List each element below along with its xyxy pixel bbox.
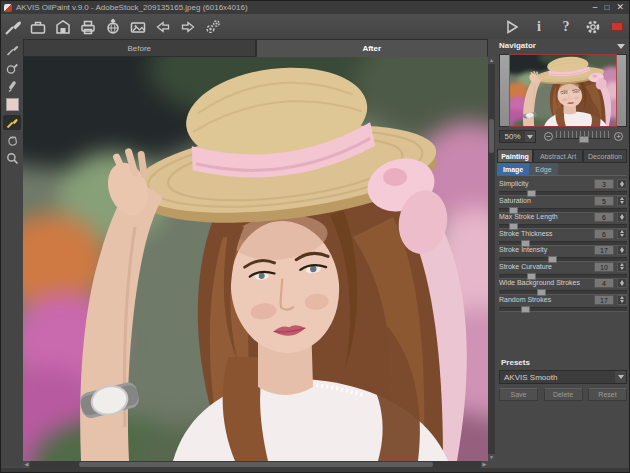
- main-toolbar: i ?: [1, 14, 629, 39]
- param-value-random-strokes[interactable]: 17: [594, 295, 614, 305]
- param-value-stroke-curvature[interactable]: 10: [594, 262, 614, 272]
- preset-selected-value: AKVIS Smooth: [500, 373, 615, 382]
- param-slider-random-strokes[interactable]: [499, 307, 627, 312]
- param-value-simplicity[interactable]: 3: [594, 179, 614, 189]
- param-spinner-random-strokes[interactable]: [617, 295, 627, 305]
- close-button[interactable]: ✕: [616, 3, 624, 12]
- app-icon: [4, 4, 12, 12]
- subtab-image[interactable]: Image: [497, 163, 529, 175]
- param-spinner-wide-background-strokes[interactable]: [617, 278, 627, 288]
- param-label-stroke-intensity: Stroke Intensity: [499, 246, 547, 253]
- subtab-edge[interactable]: Edge: [529, 163, 557, 175]
- save-image-button[interactable]: [54, 18, 72, 36]
- sub-tab-bar: Image Edge: [497, 163, 627, 176]
- param-row-random-strokes: Random Strokes17: [499, 295, 627, 312]
- scroll-down-arrow[interactable]: ▼: [488, 454, 495, 461]
- hand-tool-icon[interactable]: [3, 133, 21, 148]
- oil-painting-portrait: [23, 57, 488, 461]
- param-row-stroke-thickness: Stroke Thickness6: [499, 229, 627, 246]
- post-image-button[interactable]: [129, 18, 147, 36]
- param-row-max-stroke-length: Max Stroke Length6: [499, 212, 627, 229]
- batch-processing-icon[interactable]: [204, 18, 222, 36]
- param-label-saturation: Saturation: [499, 197, 531, 204]
- param-spinner-simplicity[interactable]: [617, 179, 627, 189]
- image-canvas[interactable]: [23, 57, 488, 461]
- scroll-up-arrow[interactable]: ▲: [488, 57, 495, 64]
- param-value-wide-background-strokes[interactable]: 4: [594, 278, 614, 288]
- app-window: AKVIS OilPaint v.9.0 - AdobeStock_209135…: [0, 0, 630, 473]
- blur-tool-icon[interactable]: [3, 79, 21, 94]
- param-slider-handle-random-strokes[interactable]: [521, 306, 530, 313]
- navigator-header[interactable]: Navigator: [499, 41, 627, 53]
- param-label-max-stroke-length: Max Stroke Length: [499, 213, 558, 220]
- param-value-stroke-thickness[interactable]: 6: [594, 229, 614, 239]
- title-bar[interactable]: AKVIS OilPaint v.9.0 - AdobeStock_209135…: [1, 1, 629, 14]
- navigator-thumbnail[interactable]: [499, 54, 627, 127]
- scroll-left-arrow[interactable]: ◀: [23, 461, 30, 468]
- navigator-title: Navigator: [499, 41, 536, 50]
- help-button[interactable]: ?: [557, 18, 575, 36]
- navigator-preview-image[interactable]: [510, 55, 616, 126]
- smudge-tool-icon[interactable]: [3, 115, 21, 130]
- undo-icon[interactable]: [154, 18, 172, 36]
- zoom-out-button[interactable]: −: [544, 132, 553, 141]
- color-swatch[interactable]: [3, 97, 21, 112]
- info-button[interactable]: i: [530, 18, 548, 36]
- param-label-stroke-curvature: Stroke Curvature: [499, 263, 552, 270]
- window-title: AKVIS OilPaint v.9.0 - AdobeStock_209135…: [16, 3, 248, 12]
- zoom-dropdown-arrow[interactable]: [525, 131, 535, 142]
- window-bottom-edge: [1, 468, 629, 473]
- effect-tab-bar: Painting Abstract Art Decoration: [497, 149, 627, 163]
- param-label-wide-background-strokes: Wide Background Strokes: [499, 279, 580, 286]
- param-value-max-stroke-length[interactable]: 6: [594, 212, 614, 222]
- oil-painting-portrait: [510, 55, 616, 126]
- tab-after[interactable]: After: [256, 39, 489, 57]
- presets-label: Presets: [501, 358, 530, 367]
- zoom-tool-icon[interactable]: [3, 151, 21, 166]
- param-spinner-stroke-intensity[interactable]: [617, 245, 627, 255]
- view-tab-bar: Before After: [23, 39, 488, 57]
- chevron-down-icon[interactable]: [617, 44, 625, 49]
- vertical-scroll-thumb[interactable]: [489, 119, 494, 153]
- tab-before[interactable]: Before: [23, 39, 256, 57]
- param-label-simplicity: Simplicity: [499, 180, 529, 187]
- minimize-button[interactable]: –: [593, 3, 598, 12]
- save-preset-button[interactable]: Save: [499, 388, 538, 401]
- akvis-logo-icon[interactable]: [611, 22, 623, 31]
- tab-painting[interactable]: Painting: [497, 149, 533, 163]
- reset-preset-button[interactable]: Reset: [588, 388, 627, 401]
- maximize-button[interactable]: □: [605, 3, 610, 12]
- history-brush-icon[interactable]: [3, 61, 21, 76]
- delete-preset-button[interactable]: Delete: [544, 388, 583, 401]
- scroll-right-arrow[interactable]: ▶: [481, 461, 488, 468]
- zoom-slider-thumb[interactable]: [579, 136, 589, 143]
- horizontal-scroll-thumb[interactable]: [79, 462, 433, 467]
- share-button[interactable]: [104, 18, 122, 36]
- zoom-select[interactable]: 50%: [499, 130, 536, 143]
- zoom-in-button[interactable]: +: [614, 132, 623, 141]
- tab-decoration[interactable]: Decoration: [583, 149, 627, 163]
- vertical-scrollbar[interactable]: ▲ ▼: [488, 57, 495, 461]
- swatch-color: [6, 98, 19, 111]
- param-spinner-stroke-thickness[interactable]: [617, 229, 627, 239]
- tab-abstract-art[interactable]: Abstract Art: [533, 149, 583, 163]
- redo-icon[interactable]: [179, 18, 197, 36]
- param-spinner-saturation[interactable]: [617, 196, 627, 206]
- tool-panel: [1, 39, 23, 466]
- preset-dropdown-arrow[interactable]: [615, 371, 626, 383]
- horizontal-scrollbar[interactable]: ◀ ▶: [23, 461, 488, 468]
- param-value-saturation[interactable]: 5: [594, 196, 614, 206]
- preferences-gear-icon[interactable]: [584, 18, 602, 36]
- param-spinner-max-stroke-length[interactable]: [617, 212, 627, 222]
- zoom-value: 50%: [500, 132, 525, 141]
- preset-select[interactable]: AKVIS Smooth: [499, 370, 627, 384]
- open-image-button[interactable]: [29, 18, 47, 36]
- param-row-wide-background-strokes: Wide Background Strokes4: [499, 278, 627, 295]
- param-spinner-stroke-curvature[interactable]: [617, 262, 627, 272]
- param-label-stroke-thickness: Stroke Thickness: [499, 230, 553, 237]
- print-button[interactable]: [79, 18, 97, 36]
- quick-preview-icon[interactable]: [3, 43, 21, 58]
- oilpaint-brush-logo-icon: [4, 18, 22, 36]
- param-value-stroke-intensity[interactable]: 17: [594, 245, 614, 255]
- run-button[interactable]: [503, 18, 521, 36]
